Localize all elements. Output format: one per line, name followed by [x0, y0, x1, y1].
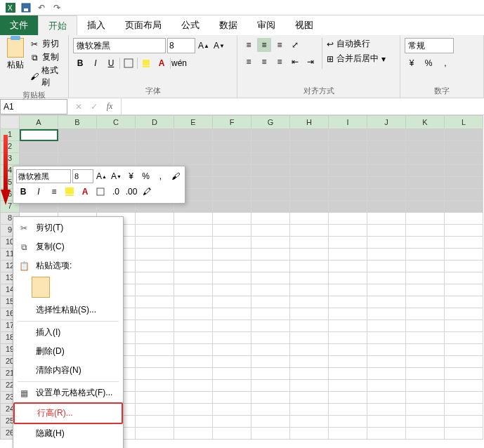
- cell[interactable]: [290, 380, 329, 392]
- cell[interactable]: [329, 201, 367, 213]
- cell[interactable]: [329, 416, 367, 428]
- cell[interactable]: [329, 237, 367, 249]
- col-header-J[interactable]: J: [367, 115, 406, 129]
- cell[interactable]: [213, 213, 251, 225]
- cell[interactable]: [367, 404, 406, 416]
- cell[interactable]: [290, 344, 329, 356]
- cell[interactable]: [445, 332, 483, 344]
- cell[interactable]: [97, 153, 136, 165]
- ctx-copy[interactable]: ⧉复制(C): [13, 237, 123, 256]
- cell[interactable]: [290, 261, 329, 272]
- cell[interactable]: [329, 189, 367, 201]
- border-button[interactable]: [122, 56, 136, 70]
- cell[interactable]: [406, 213, 445, 225]
- mini-font-color[interactable]: A: [78, 185, 92, 199]
- cell[interactable]: [174, 129, 213, 141]
- cell[interactable]: [213, 201, 251, 213]
- cell[interactable]: [136, 141, 174, 153]
- cell[interactable]: [329, 272, 367, 284]
- cell[interactable]: [174, 332, 213, 344]
- mini-shrink-font[interactable]: A▼: [110, 169, 123, 183]
- tab-formula[interactable]: 公式: [171, 15, 209, 35]
- cell[interactable]: [213, 189, 251, 201]
- cell[interactable]: [251, 237, 290, 249]
- percent-button[interactable]: %: [421, 56, 436, 70]
- cell[interactable]: [290, 296, 329, 308]
- mini-italic[interactable]: I: [32, 185, 46, 199]
- cell[interactable]: [290, 404, 329, 416]
- cell[interactable]: [174, 380, 213, 392]
- cell[interactable]: [445, 249, 483, 261]
- cell[interactable]: [174, 296, 213, 308]
- cell[interactable]: [251, 165, 290, 177]
- cell[interactable]: [406, 356, 445, 368]
- row-header[interactable]: 1: [0, 129, 20, 141]
- mini-currency[interactable]: ¥: [124, 169, 138, 183]
- row-header[interactable]: 3: [0, 153, 20, 165]
- col-header-F[interactable]: F: [213, 115, 251, 129]
- mini-dec-decimal[interactable]: .0: [109, 185, 123, 199]
- cell[interactable]: [251, 380, 290, 392]
- cell[interactable]: [290, 141, 329, 153]
- cell[interactable]: [406, 296, 445, 308]
- cell[interactable]: [367, 308, 406, 320]
- cell[interactable]: [213, 129, 251, 141]
- name-box[interactable]: [0, 99, 67, 114]
- cell[interactable]: [251, 201, 290, 213]
- tab-home[interactable]: 开始: [38, 15, 77, 35]
- cell[interactable]: [445, 153, 483, 165]
- cell[interactable]: [445, 141, 483, 153]
- cell[interactable]: [136, 129, 174, 141]
- cell[interactable]: [445, 344, 483, 356]
- cell[interactable]: [406, 392, 445, 404]
- cell[interactable]: [329, 153, 367, 165]
- indent-inc-button[interactable]: ⇥: [303, 55, 318, 69]
- font-name-select[interactable]: [73, 38, 166, 53]
- cell[interactable]: [213, 380, 251, 392]
- cell[interactable]: [174, 392, 213, 404]
- cell[interactable]: [251, 261, 290, 272]
- cell[interactable]: [213, 284, 251, 296]
- cell[interactable]: [251, 332, 290, 344]
- cell[interactable]: [406, 428, 445, 440]
- cell[interactable]: [290, 201, 329, 213]
- cell[interactable]: [367, 225, 406, 237]
- cell[interactable]: [213, 225, 251, 237]
- col-header-C[interactable]: C: [97, 115, 136, 129]
- cell[interactable]: [367, 153, 406, 165]
- cell[interactable]: [367, 392, 406, 404]
- cell[interactable]: [174, 404, 213, 416]
- mini-format-painter[interactable]: 🖌: [169, 169, 182, 183]
- cell[interactable]: [445, 296, 483, 308]
- copy-button[interactable]: ⧉复制: [30, 51, 64, 63]
- align-bottom-button[interactable]: ≡: [273, 38, 287, 52]
- cell[interactable]: [406, 404, 445, 416]
- cell[interactable]: [406, 225, 445, 237]
- cell[interactable]: [445, 368, 483, 380]
- tab-view[interactable]: 视图: [285, 15, 323, 35]
- cell[interactable]: [290, 129, 329, 141]
- cell[interactable]: [329, 380, 367, 392]
- cell[interactable]: [445, 308, 483, 320]
- cell[interactable]: [367, 189, 406, 201]
- mini-highlight[interactable]: 🖍: [140, 185, 154, 199]
- cell[interactable]: [251, 416, 290, 428]
- cell[interactable]: [251, 356, 290, 368]
- cell[interactable]: [406, 249, 445, 261]
- cell[interactable]: [367, 332, 406, 344]
- cell[interactable]: [251, 392, 290, 404]
- merge-center-button[interactable]: ⊞合并后居中▾: [327, 53, 386, 65]
- col-header-G[interactable]: G: [251, 115, 290, 129]
- cell[interactable]: [290, 225, 329, 237]
- fill-color-button[interactable]: [139, 56, 153, 70]
- cell[interactable]: [97, 141, 136, 153]
- cell[interactable]: [213, 141, 251, 153]
- cell[interactable]: [251, 272, 290, 284]
- cell[interactable]: [367, 428, 406, 440]
- font-color-button[interactable]: A: [155, 56, 169, 70]
- cell[interactable]: [251, 249, 290, 261]
- cell[interactable]: [136, 225, 174, 237]
- cell[interactable]: [213, 177, 251, 189]
- cell[interactable]: [329, 261, 367, 272]
- col-header-B[interactable]: B: [58, 115, 97, 129]
